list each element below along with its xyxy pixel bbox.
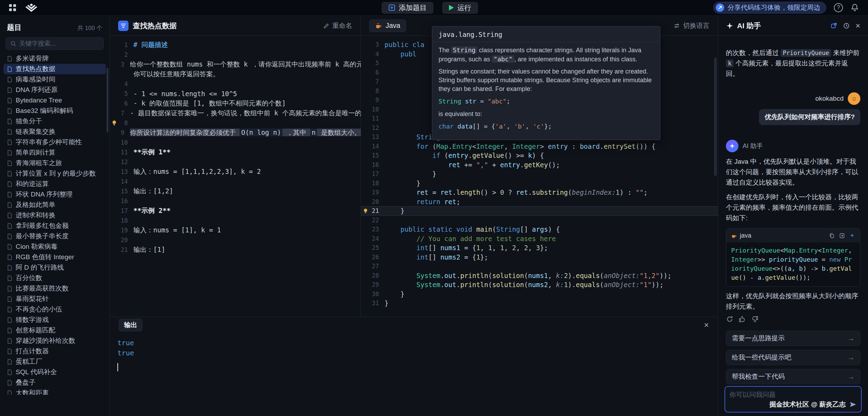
app-launcher-icon[interactable] xyxy=(9,4,16,11)
sidebar-question-item[interactable]: 环状 DNA 序列整理 xyxy=(3,189,106,200)
suggestion-chip[interactable]: 帮我检查一下代码 → xyxy=(726,369,860,384)
sidebar-question-item[interactable]: 进制求和转换 xyxy=(3,210,106,221)
sidebar-question-item[interactable]: 猜数字游戏 xyxy=(3,315,106,325)
code-line[interactable]: 29 System.out.println(solution(nums2, k:… xyxy=(361,280,718,290)
regenerate-icon[interactable] xyxy=(726,315,734,323)
code-line[interactable]: 19 ret = ret.length() > 0 ? ret.substrin… xyxy=(361,188,718,197)
sidebar-question-item[interactable]: 简单四则计算 xyxy=(3,147,106,158)
sidebar-question-item[interactable]: 最小替换子串长度 xyxy=(3,231,106,241)
sidebar-question-item[interactable]: RGB 色值转 Integer xyxy=(3,252,106,262)
sidebar-question-item[interactable]: 创意标题匹配 xyxy=(3,325,106,336)
bell-icon[interactable] xyxy=(851,3,859,12)
description-line[interactable]: 20 xyxy=(110,235,361,245)
copy-icon[interactable] xyxy=(829,233,835,239)
sidebar-question-item[interactable]: 百分位数 xyxy=(3,273,106,283)
code-line[interactable]: 23 public static void main(String[] args… xyxy=(361,225,718,234)
sidebar-question-item[interactable]: 和的逆运算 xyxy=(3,179,106,189)
output-tab[interactable]: 输出 xyxy=(119,319,142,331)
promo-badge[interactable]: 分享代码练习体验，领限定周边 xyxy=(713,2,826,14)
sidebar-question-item[interactable]: 拿到最多红包金额 xyxy=(3,221,106,231)
sidebar-question-item[interactable]: 查找热点数据 xyxy=(3,64,106,74)
close-icon[interactable]: × xyxy=(855,22,860,30)
close-icon[interactable]: × xyxy=(704,321,709,329)
juejin-logo-icon[interactable] xyxy=(22,3,40,12)
sidebar-question-item[interactable]: 链表聚集交换 xyxy=(3,126,106,137)
sidebar-question-item[interactable]: 青海湖租车之旅 xyxy=(3,158,106,168)
code-line[interactable]: 18 } xyxy=(361,179,718,188)
description-line[interactable]: 9 你所设计算法的时间复杂度必须优于 O(n log n) ，其中 n 是数组大… xyxy=(110,128,361,138)
description-line[interactable]: 15 输出：[1,2] xyxy=(110,186,361,196)
sidebar-question-item[interactable]: Base32 编码和解码 xyxy=(3,106,106,116)
search-box[interactable] xyxy=(6,37,104,50)
sidebar-question-item[interactable]: Cion 勒索病毒 xyxy=(3,241,106,252)
language-tab-java[interactable]: Java xyxy=(369,20,406,32)
description-line[interactable]: 21 输出：[1] xyxy=(110,245,361,255)
description-line[interactable]: 14 xyxy=(110,177,361,186)
description-line[interactable]: 1 # 问题描述 xyxy=(110,40,361,50)
sidebar-question-item[interactable]: 及格如此简单 xyxy=(3,200,106,210)
description-line[interactable]: 18 xyxy=(110,216,361,225)
code-line[interactable]: 27 xyxy=(361,262,718,271)
description-line[interactable]: 19 输入：nums = [1], k = 1 xyxy=(110,225,361,235)
switch-language-button[interactable]: 切换语言 xyxy=(673,21,710,30)
sidebar-question-item[interactable]: 病毒感染时间 xyxy=(3,74,106,85)
code-line[interactable]: 14 for (Map.Entry<Integer, Integer> entr… xyxy=(361,142,718,151)
sidebar-question-item[interactable]: 打点计数器 xyxy=(3,346,106,356)
history-icon[interactable] xyxy=(843,22,850,29)
description-line[interactable]: 5 - 1 <= nums.length <= 10^5 xyxy=(110,89,361,99)
description-line[interactable]: 13 输入：nums = [1,1,1,2,2,3], k = 2 xyxy=(110,167,361,177)
lightbulb-icon[interactable] xyxy=(110,120,119,126)
suggestion-chip[interactable]: 需要一点思路提示 → xyxy=(726,331,860,346)
sidebar-question-item[interactable]: 字符串有多少种可能性 xyxy=(3,137,106,147)
code-line[interactable]: 31 } xyxy=(361,299,718,308)
output-console[interactable]: true true xyxy=(110,333,718,373)
sidebar-question-item[interactable]: DNA 序列还原 xyxy=(3,85,106,95)
search-input[interactable] xyxy=(19,40,99,47)
magic-icon[interactable] xyxy=(849,233,855,239)
code-block-content[interactable]: PriorityQueue<Map.Entry<Integer, Integer… xyxy=(726,242,860,286)
ai-input-box[interactable]: 掘金技术社区 @ 薪炎乙志 xyxy=(724,386,862,413)
code-line[interactable]: 25 int[] nums1 = {1, 1, 1, 2, 2, 3}; xyxy=(361,243,718,253)
add-question-button[interactable]: 添加题目 xyxy=(382,2,433,14)
description-line[interactable]: 10 xyxy=(110,138,361,147)
sidebar-question-item[interactable]: 猫鱼分干 xyxy=(3,116,106,126)
code-line[interactable]: 16 ret += "," + entry.getKey(); xyxy=(361,160,718,170)
code-line[interactable]: 24 // You can add more test cases here xyxy=(361,234,718,244)
sidebar-question-item[interactable]: 不再贪心的小伍 xyxy=(3,304,106,315)
insert-code-icon[interactable] xyxy=(839,233,845,239)
sidebar-question-item[interactable]: 暴雨梨花针 xyxy=(3,294,106,304)
editor-scrollbar[interactable] xyxy=(714,57,717,176)
description-line[interactable]: 2 xyxy=(110,50,361,60)
description-line[interactable]: 12 xyxy=(110,157,361,167)
description-line[interactable]: 你可以按任意顺序返回答案。 xyxy=(110,69,361,79)
sidebar-question-item[interactable]: 叠盘子 xyxy=(3,377,106,388)
code-line[interactable]: 17 } xyxy=(361,169,718,179)
thumbs-down-icon[interactable] xyxy=(751,315,759,323)
rename-button[interactable]: 重命名 xyxy=(323,21,352,30)
sidebar-question-item[interactable]: 比赛最高获胜次数 xyxy=(3,283,106,294)
thumbs-up-icon[interactable] xyxy=(738,315,746,323)
popout-icon[interactable] xyxy=(830,22,837,29)
sidebar-question-item[interactable]: 穿越沙漠的补给次数 xyxy=(3,336,106,346)
sidebar-question-item[interactable]: 大数和距离 xyxy=(3,388,106,395)
code-line[interactable]: 26 int[] nums2 = {1}; xyxy=(361,253,718,262)
ai-input-field[interactable] xyxy=(729,390,813,401)
description-line[interactable]: 17 **示例 2** xyxy=(110,206,361,216)
sidebar-question-item[interactable]: SQL 代码补全 xyxy=(3,367,106,377)
sidebar-question-item[interactable]: Bytedance Tree xyxy=(3,95,106,106)
code-line[interactable]: 15 if (entry.getValue() >= k) { xyxy=(361,151,718,160)
sidebar-question-item[interactable]: 阿 D 的飞行路线 xyxy=(3,262,106,273)
code-line[interactable]: 22 xyxy=(361,216,718,225)
sidebar-question-item[interactable]: 多米诺骨牌 xyxy=(3,53,106,64)
code-line[interactable]: 21 } xyxy=(361,206,718,216)
sidebar-scrollbar[interactable] xyxy=(107,68,108,132)
code-line[interactable]: 30 } xyxy=(361,290,718,299)
description-line[interactable]: 16 xyxy=(110,196,361,206)
send-icon[interactable] xyxy=(849,401,857,408)
code-line[interactable]: 28 System.out.println(solution(nums1, k:… xyxy=(361,271,718,280)
description-line[interactable]: 3 给你一个整数数组 nums 和一个整数 k ，请你返回其中出现频率前 k 高… xyxy=(110,60,361,69)
sidebar-question-item[interactable]: 计算位置 x 到 y 的最少步数 xyxy=(3,168,106,179)
lightbulb-icon[interactable] xyxy=(361,208,370,214)
help-icon[interactable]: ? xyxy=(834,3,843,12)
run-button[interactable]: 运行 xyxy=(442,2,478,14)
